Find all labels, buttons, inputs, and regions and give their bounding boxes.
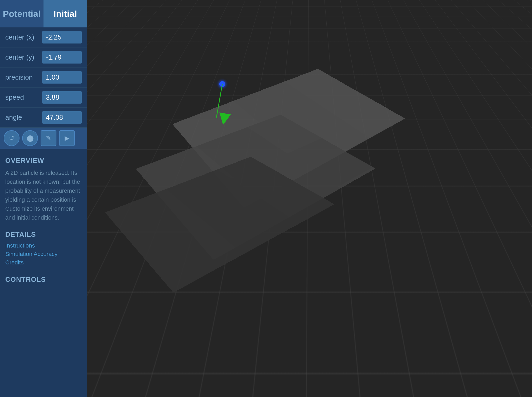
- detail-link[interactable]: Credits: [5, 259, 82, 266]
- overview-title: OVERVIEW: [5, 157, 82, 165]
- field-label: center (x): [5, 33, 42, 41]
- field-label: speed: [5, 93, 42, 101]
- field-row: center (y) -1.79: [0, 47, 87, 67]
- notification-text: Continue experimenting until the grey ti…: [136, 13, 339, 37]
- field-row: precision 1.00: [0, 67, 87, 88]
- edit-icon: ✎: [46, 134, 51, 142]
- play-button[interactable]: ▶: [59, 130, 75, 146]
- controls-section: CONTROLS: [5, 275, 82, 287]
- tab-potential[interactable]: Potential: [0, 0, 43, 27]
- right-canvas: Continue experimenting until the grey ti…: [87, 0, 532, 397]
- field-row: speed 3.88: [0, 88, 87, 108]
- record-icon: ⬤: [27, 134, 34, 142]
- controls-title: CONTROLS: [5, 275, 82, 284]
- edit-button[interactable]: ✎: [41, 130, 56, 146]
- details-section: DETAILS InstructionsSimulation AccuracyC…: [5, 230, 82, 268]
- details-links: InstructionsSimulation AccuracyCredits: [5, 242, 82, 266]
- arrow-head: [217, 113, 231, 126]
- field-value[interactable]: 1.00: [42, 71, 82, 84]
- field-row: angle 47.08: [0, 108, 87, 128]
- field-label: angle: [5, 113, 42, 122]
- left-panel: Potential Initial center (x) -2.25 cente…: [0, 0, 87, 397]
- scene: [87, 0, 532, 397]
- field-label: precision: [5, 73, 42, 81]
- tab-bar: Potential Initial: [0, 0, 87, 27]
- controls-bar: ↺ ⬤ ✎ ▶: [0, 128, 87, 149]
- fields-container: center (x) -2.25 center (y) -1.79 precis…: [0, 27, 87, 128]
- play-icon: ▶: [65, 134, 69, 142]
- field-value[interactable]: 3.88: [42, 91, 82, 104]
- details-title: DETAILS: [5, 230, 82, 239]
- notification-box: Continue experimenting until the grey ti…: [124, 4, 351, 59]
- tab-initial[interactable]: Initial: [43, 0, 87, 27]
- record-button[interactable]: ⬤: [22, 130, 38, 146]
- tab-initial-label: Initial: [54, 9, 77, 19]
- field-value[interactable]: 47.08: [42, 111, 82, 124]
- field-value[interactable]: -1.79: [42, 51, 82, 64]
- detail-link[interactable]: Instructions: [5, 242, 82, 249]
- tab-potential-label: Potential: [3, 9, 41, 19]
- reset-button[interactable]: ↺: [4, 130, 20, 146]
- field-value[interactable]: -2.25: [42, 31, 82, 43]
- info-panel: OVERVIEW A 2D particle is released. Its …: [0, 149, 87, 397]
- detail-link[interactable]: Simulation Accuracy: [5, 251, 82, 258]
- overview-text: A 2D particle is released. Its location …: [5, 168, 82, 222]
- field-row: center (x) -2.25: [0, 27, 87, 47]
- overview-section: OVERVIEW A 2D particle is released. Its …: [5, 157, 82, 222]
- field-label: center (y): [5, 53, 42, 61]
- notification-prompt: Press M to proceed: [136, 41, 339, 50]
- reset-icon: ↺: [9, 134, 14, 142]
